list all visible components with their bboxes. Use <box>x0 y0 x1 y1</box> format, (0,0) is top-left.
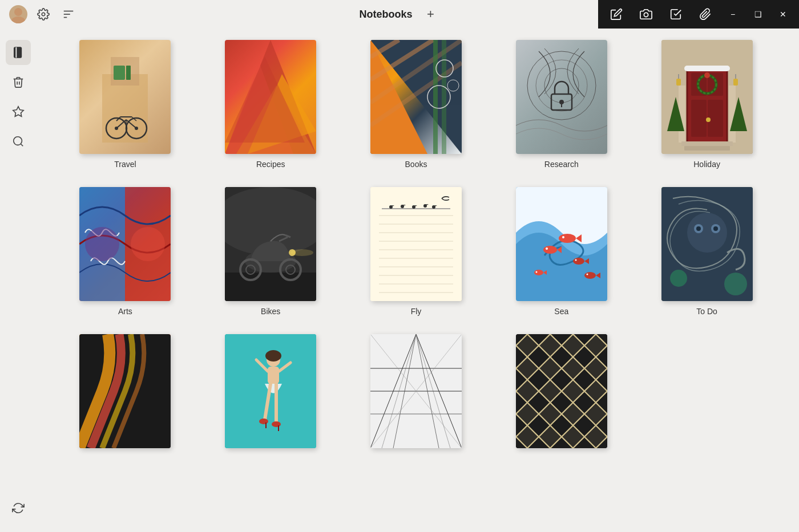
svg-point-44 <box>544 68 579 103</box>
notebook-arts[interactable]: Arts <box>59 187 191 316</box>
edit-button[interactable] <box>603 0 630 29</box>
close-button[interactable]: ✕ <box>772 0 794 29</box>
notebook-label-research: Research <box>544 160 579 169</box>
notebook-row3c[interactable] <box>350 334 482 454</box>
notebook-travel[interactable]: Travel <box>59 40 191 169</box>
attachment-icon <box>699 8 712 21</box>
svg-rect-53 <box>691 100 707 137</box>
row3b-illustration <box>225 334 316 448</box>
notebook-icon <box>12 46 25 59</box>
books-illustration <box>370 40 462 154</box>
row3a-illustration <box>79 334 171 448</box>
notebook-cover-row3c <box>370 334 462 448</box>
svg-point-124 <box>713 226 718 231</box>
sort-icon <box>62 8 75 21</box>
notebook-label-holiday: Holiday <box>693 160 720 169</box>
svg-point-110 <box>573 258 584 265</box>
maximize-button[interactable]: ❑ <box>746 0 769 29</box>
svg-point-100 <box>412 205 415 209</box>
fly-illustration <box>370 187 462 301</box>
svg-rect-67 <box>684 146 730 151</box>
camera-icon <box>640 8 652 21</box>
checklist-button[interactable] <box>662 0 689 29</box>
camera-button[interactable] <box>632 0 660 29</box>
svg-rect-66 <box>681 141 733 146</box>
svg-rect-65 <box>684 66 730 71</box>
notebook-cover-row3a <box>79 334 171 448</box>
svg-point-2 <box>42 13 45 16</box>
search-icon <box>12 135 25 148</box>
attachment-button[interactable] <box>692 0 719 29</box>
svg-rect-63 <box>733 79 738 86</box>
svg-line-11 <box>21 144 23 146</box>
svg-marker-9 <box>13 107 23 116</box>
notebook-cover-row3b <box>225 334 316 448</box>
svg-point-120 <box>687 213 727 253</box>
sync-icon <box>12 502 25 514</box>
notebook-label-arts: Arts <box>118 307 132 316</box>
toolbar: − ❑ ✕ <box>598 0 799 29</box>
svg-rect-7 <box>14 47 22 58</box>
add-notebook-button[interactable]: + <box>422 5 440 23</box>
notebook-row3a[interactable] <box>59 334 191 454</box>
svg-point-135 <box>272 421 281 427</box>
svg-point-118 <box>586 274 588 275</box>
settings-button[interactable] <box>34 5 53 23</box>
svg-point-46 <box>559 100 564 104</box>
notebook-sea[interactable]: Sea <box>495 187 627 316</box>
title-bar-left <box>9 5 78 23</box>
notebook-holiday[interactable]: Holiday <box>641 40 773 169</box>
holiday-illustration <box>661 40 753 154</box>
notebook-books[interactable]: Books <box>350 40 482 169</box>
svg-point-134 <box>259 419 268 424</box>
svg-rect-76 <box>225 273 316 301</box>
research-illustration <box>516 40 607 154</box>
row3c-illustration <box>370 334 462 448</box>
notebook-recipes[interactable]: Recipes <box>205 40 337 169</box>
recipes-illustration <box>225 40 316 154</box>
svg-point-99 <box>401 205 404 208</box>
notebook-label-todo: To Do <box>696 307 717 316</box>
notebook-label-travel: Travel <box>114 160 136 169</box>
sidebar-item-notebooks[interactable] <box>6 40 31 65</box>
travel-illustration <box>79 40 171 154</box>
notebook-cover-row3d <box>516 334 607 448</box>
sea-illustration <box>516 187 607 301</box>
notebook-fly[interactable]: Fly <box>350 187 482 316</box>
sidebar <box>0 29 37 532</box>
todo-illustration <box>661 187 753 301</box>
notebook-cover-arts <box>79 187 171 301</box>
notebook-bikes[interactable]: Bikes <box>205 187 337 316</box>
notebook-row3b[interactable] <box>205 334 337 454</box>
sidebar-item-sync[interactable] <box>6 496 31 521</box>
svg-point-116 <box>584 272 596 279</box>
bikes-illustration <box>225 187 316 301</box>
svg-point-72 <box>85 227 119 261</box>
svg-point-73 <box>131 227 165 261</box>
notebook-label-recipes: Recipes <box>256 160 285 169</box>
avatar[interactable] <box>9 5 27 23</box>
star-icon <box>12 105 25 118</box>
svg-point-112 <box>575 259 576 261</box>
svg-point-102 <box>432 205 435 209</box>
sidebar-item-search[interactable] <box>6 129 31 154</box>
svg-point-10 <box>14 137 22 145</box>
notebook-todo[interactable]: To Do <box>641 187 773 316</box>
notebook-cover-travel <box>79 40 171 154</box>
svg-point-104 <box>559 234 576 243</box>
notebook-label-books: Books <box>405 160 427 169</box>
title-bar-center: Notebooks + <box>359 5 439 23</box>
row3d-illustration <box>516 334 607 448</box>
notebook-row3d[interactable] <box>495 334 627 454</box>
gear-icon <box>37 8 50 21</box>
svg-point-125 <box>670 270 687 287</box>
sidebar-item-favorites[interactable] <box>6 99 31 124</box>
svg-point-1 <box>11 17 25 23</box>
sidebar-item-trash[interactable] <box>6 70 31 95</box>
svg-point-123 <box>696 226 701 231</box>
notebook-research[interactable]: Research <box>495 40 627 169</box>
svg-point-126 <box>724 273 747 295</box>
minimize-button[interactable]: − <box>721 0 744 29</box>
svg-point-0 <box>14 8 22 16</box>
sort-button[interactable] <box>59 5 78 23</box>
